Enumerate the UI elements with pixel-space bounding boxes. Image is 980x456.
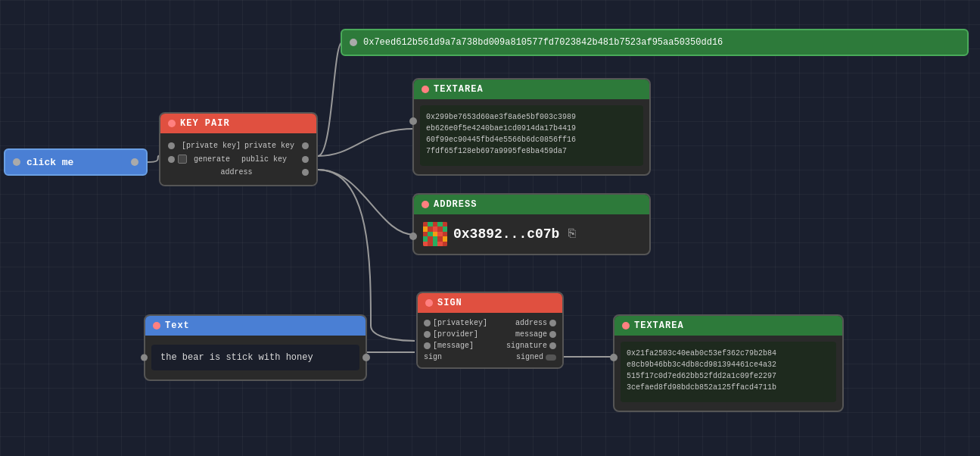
textarea-top-port-left bbox=[409, 117, 417, 125]
address-node: ADDRESS bbox=[412, 193, 651, 255]
textarea-bottom-port-left bbox=[610, 354, 618, 361]
textarea-bottom-header: TEXTAREA bbox=[614, 316, 842, 336]
textarea-bottom-dot bbox=[622, 322, 630, 330]
sign-port-message-out bbox=[549, 331, 556, 338]
textarea-top-title: TEXTAREA bbox=[434, 84, 484, 95]
text-header-dot bbox=[153, 322, 160, 330]
sign-row-sign: sign signed bbox=[418, 351, 562, 363]
sign-row-privatekey: [privatekey] address bbox=[418, 317, 562, 329]
keypair-port-privatekey-in bbox=[168, 142, 175, 149]
keypair-body: [private key] private key generate publi… bbox=[160, 133, 316, 185]
sign-port-message-in bbox=[424, 342, 431, 349]
keypair-label-publickey-out: public key bbox=[241, 155, 287, 164]
sign-label-sign: sign bbox=[424, 353, 442, 361]
sign-body: [privatekey] address [provider] message … bbox=[418, 313, 562, 367]
button-port-left bbox=[13, 158, 20, 166]
button-label: click me bbox=[26, 157, 73, 168]
text-header: Text bbox=[145, 316, 366, 336]
textarea-bottom-node: TEXTAREA bbox=[613, 314, 844, 412]
text-port-right bbox=[362, 354, 370, 361]
keypair-row-privatekey: [private key] private key bbox=[160, 139, 316, 152]
address-title: ADDRESS bbox=[434, 199, 477, 210]
textarea-top-node: TEXTAREA bbox=[412, 78, 651, 176]
sign-header-dot bbox=[425, 299, 433, 307]
sign-port-privatekey-in bbox=[424, 320, 431, 326]
sign-label-signature-out: signature bbox=[506, 342, 547, 350]
text-value: the bear is stick with honey bbox=[160, 352, 313, 363]
sign-port-provider-in bbox=[424, 331, 431, 338]
textarea-top-dot bbox=[422, 86, 429, 93]
sign-port-address-out bbox=[549, 320, 556, 326]
keypair-header-dot bbox=[168, 120, 176, 127]
text-port-left bbox=[141, 354, 148, 361]
hash-bar-node: 0x7eed612b561d9a7a738bd009a810577fd70238… bbox=[341, 29, 969, 56]
sign-port-signature-out bbox=[549, 342, 556, 349]
address-header: ADDRESS bbox=[414, 195, 649, 214]
sign-label-signed-out: signed bbox=[516, 353, 543, 361]
textarea-top-header: TEXTAREA bbox=[414, 80, 649, 99]
keypair-port-publickey-out bbox=[302, 156, 309, 163]
button-port-right bbox=[131, 158, 138, 166]
sign-row-message: [message] signature bbox=[418, 340, 562, 351]
button-node[interactable]: click me bbox=[4, 148, 148, 176]
address-header-dot bbox=[422, 201, 429, 208]
sign-label-message-in: [message] bbox=[433, 342, 474, 350]
text-node: Text the bear is stick with honey bbox=[144, 314, 367, 381]
sign-node: SIGN [privatekey] address [provider] mes… bbox=[416, 292, 564, 369]
keypair-port-privatekey-out bbox=[302, 142, 309, 149]
hash-port-left bbox=[350, 39, 357, 46]
address-value: 0x3892...c07b bbox=[453, 226, 559, 242]
keypair-label-generate: generate bbox=[194, 155, 230, 164]
text-body: the bear is stick with honey bbox=[151, 345, 359, 370]
textarea-bottom-content[interactable] bbox=[621, 342, 836, 402]
address-body: 0x3892...c07b ⎘ bbox=[414, 214, 649, 254]
text-title: Text bbox=[165, 320, 190, 331]
keypair-label-privatekey: [private key] bbox=[182, 142, 241, 150]
sign-header: SIGN bbox=[418, 293, 562, 313]
copy-icon[interactable]: ⎘ bbox=[568, 227, 576, 241]
keypair-row-generate: generate public key bbox=[160, 152, 316, 166]
keypair-port-address-out bbox=[302, 169, 309, 176]
sign-label-address-out: address bbox=[515, 319, 547, 327]
sign-label-privatekey: [privatekey] bbox=[433, 319, 487, 327]
textarea-bottom-title: TEXTAREA bbox=[634, 320, 684, 331]
sign-title: SIGN bbox=[437, 298, 462, 308]
address-port-left bbox=[409, 233, 417, 240]
address-identicon bbox=[423, 222, 447, 246]
keypair-node: KEY PAIR [private key] private key gener… bbox=[159, 112, 318, 186]
hash-value: 0x7eed612b561d9a7a738bd009a810577fd70238… bbox=[363, 37, 723, 48]
keypair-title: KEY PAIR bbox=[180, 118, 230, 129]
keypair-header: KEY PAIR bbox=[160, 114, 316, 133]
sign-label-provider: [provider] bbox=[433, 330, 478, 339]
keypair-label-address-out: address bbox=[220, 168, 252, 176]
keypair-row-address: address bbox=[160, 166, 316, 179]
sign-toggle-signed[interactable] bbox=[546, 354, 556, 361]
keypair-generate-checkbox[interactable] bbox=[178, 155, 187, 164]
sign-label-message-out: message bbox=[515, 330, 547, 339]
textarea-top-content[interactable] bbox=[420, 105, 643, 166]
sign-row-provider: [provider] message bbox=[418, 329, 562, 340]
keypair-port-generate-in bbox=[168, 156, 175, 163]
keypair-label-privatekey-out: private key bbox=[244, 142, 294, 150]
